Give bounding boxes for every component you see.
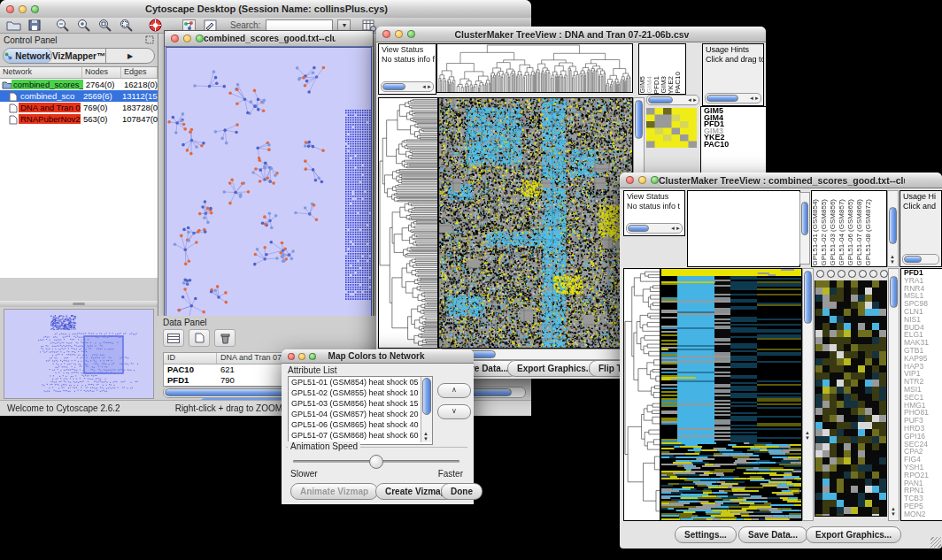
panel-divider-handle[interactable]: [0, 301, 158, 307]
zoom-window-icon[interactable]: [31, 5, 39, 13]
main-titlebar[interactable]: Cytoscape Desktop (Session Name: collins…: [0, 0, 531, 19]
tv2-mini-heatmap-canvas[interactable]: [815, 280, 887, 517]
tv1-status-hscrollbar[interactable]: ◄►: [381, 81, 434, 92]
tv2-coltree-vscrollbar[interactable]: [799, 192, 810, 265]
close-icon[interactable]: [171, 35, 179, 42]
birdseye-view-canvas[interactable]: [4, 309, 154, 399]
zoom-out-icon[interactable]: [55, 19, 71, 32]
network-nodes: 769(0): [81, 103, 120, 112]
close-icon[interactable]: [626, 176, 634, 184]
scroll-arrows-icon[interactable]: ◄►: [421, 84, 432, 89]
network-view-titlebar[interactable]: combined_scores_good.txt--cluste...: [165, 31, 373, 47]
minimize-icon[interactable]: [19, 5, 27, 13]
tv1-hints-hscrollbar[interactable]: ◄►: [705, 93, 761, 104]
scroll-arrows-icon[interactable]: ◄►: [749, 96, 760, 101]
done-button[interactable]: Done: [441, 483, 483, 500]
tv2-mini-vscrollbar[interactable]: ▲▼: [888, 268, 900, 521]
scroll-arrows-icon[interactable]: ▲▼: [889, 254, 896, 265]
slider-thumb[interactable]: [369, 455, 383, 469]
tv2-gene-list[interactable]: PFD1YRA1RNR4MSL1SPC98CLN1NIS1BUD4ELG1MAK…: [900, 268, 942, 521]
minimize-icon[interactable]: [395, 30, 403, 38]
scroll-arrows-icon[interactable]: ▲▼: [804, 430, 811, 441]
treeview-window-combined: ClusterMaker TreeView : combined_scores_…: [620, 173, 942, 548]
move-down-button[interactable]: ∨: [437, 404, 471, 419]
tv2-labels-vscrollbar[interactable]: ▲▼: [887, 190, 899, 267]
float-panel-icon[interactable]: [145, 35, 154, 46]
zoom-window-icon[interactable]: [407, 30, 415, 38]
zoom-window-icon[interactable]: [651, 176, 659, 184]
network-nodes: 2764(0): [83, 80, 121, 89]
minimize-icon[interactable]: [298, 353, 305, 360]
attribute-select-icon[interactable]: [163, 329, 184, 347]
animation-speed-slider[interactable]: [293, 460, 459, 463]
col-network[interactable]: Network: [0, 67, 82, 78]
tv1-heatmap-canvas[interactable]: [438, 97, 633, 349]
resize-grip[interactable]: [930, 537, 941, 548]
attribute-list-item[interactable]: GPL51-06 (GSM865) heat shock 40 min: [289, 419, 432, 430]
treeview1-titlebar[interactable]: ClusterMaker TreeView : DNA and Tran 07-…: [376, 27, 766, 42]
open-file-icon[interactable]: [5, 19, 21, 32]
move-up-button[interactable]: ∧: [437, 383, 471, 398]
tv2-column-dendrogram-panel[interactable]: [687, 190, 800, 267]
attribute-list-vscrollbar[interactable]: ▲▼: [421, 377, 432, 442]
col-nodes[interactable]: Nodes: [82, 67, 121, 78]
col-edges[interactable]: Edges: [121, 67, 158, 78]
tv2-row-dendrogram-canvas[interactable]: [623, 268, 660, 521]
minimize-icon[interactable]: [183, 35, 191, 42]
tab-network[interactable]: Network: [4, 49, 52, 63]
zoom-selected-icon[interactable]: [97, 19, 113, 32]
minimize-icon[interactable]: [638, 176, 646, 184]
zoom-window-icon[interactable]: [309, 353, 316, 360]
window-controls[interactable]: [6, 5, 39, 13]
zoom-fit-icon[interactable]: [119, 19, 135, 32]
close-icon[interactable]: [288, 353, 295, 360]
tv2-button-bar: Settings...Save Data...Export Graphics..…: [620, 525, 942, 544]
attribute-list-item[interactable]: GPL51-07 (GSM868) heat shock 60 min: [289, 430, 432, 441]
scroll-arrows-icon[interactable]: ▲▼: [890, 506, 897, 517]
search-label: Search:: [230, 20, 260, 30]
network-row[interactable]: DNA and Tran 07769(0)183728(0): [0, 102, 158, 113]
attribute-list-item[interactable]: GPL51-04 (GSM857) heat shock 20 min: [289, 409, 432, 419]
attribute-list-item[interactable]: GPL51-01 (GSM854) heat shock 05 min: [289, 377, 432, 387]
tv1-view-status-title: View Status: [379, 44, 436, 54]
tv1-mini-heatmap-canvas[interactable]: [646, 108, 697, 148]
network-canvas[interactable]: [166, 47, 372, 317]
zoom-in-icon[interactable]: [76, 19, 92, 32]
tv2-button-export-graphics[interactable]: Export Graphics...: [806, 526, 901, 543]
tv2-heatmap-canvas[interactable]: [660, 268, 802, 521]
tv2-hints-hscrollbar[interactable]: [902, 254, 939, 265]
network-row[interactable]: combined_scores_2764(0)16218(0): [0, 79, 158, 90]
scroll-arrows-icon[interactable]: ◄►: [687, 97, 698, 103]
close-icon[interactable]: [382, 30, 390, 38]
tv2-button-save-data[interactable]: Save Data...: [738, 526, 807, 543]
tabs-overflow-arrow-icon[interactable]: ▶: [105, 49, 154, 63]
tv1-column-dendrogram-canvas[interactable]: [436, 43, 633, 93]
network-row[interactable]: combined_sco2569(6)13112(15): [0, 90, 158, 102]
tv2-heatmap-vscrollbar[interactable]: ▲▼: [802, 268, 814, 521]
scroll-arrows-icon[interactable]: ◄►: [670, 226, 681, 231]
tv2-button-settings[interactable]: Settings...: [675, 526, 737, 543]
close-icon[interactable]: [6, 5, 14, 13]
dialog-titlebar[interactable]: Map Colors to Network: [282, 349, 474, 364]
zoom-window-icon[interactable]: [196, 35, 204, 42]
save-icon[interactable]: [27, 19, 42, 32]
attribute-list-item[interactable]: GPL51-02 (GSM855) heat shock 10 min: [289, 387, 432, 398]
tv1-usage-hints-text: Click and drag tc: [703, 54, 763, 64]
treeview2-titlebar[interactable]: ClusterMaker TreeView : combined_scores_…: [620, 173, 942, 188]
tv1-mini-hscrollbar[interactable]: ◄►: [646, 95, 699, 105]
file-icon: [9, 104, 19, 112]
new-attribute-icon[interactable]: [189, 329, 210, 347]
tv2-view-status-title: View Status: [624, 191, 684, 201]
tv1-row-dendrogram-canvas[interactable]: [378, 97, 438, 349]
scroll-arrows-icon[interactable]: ▲▼: [423, 431, 429, 441]
attribute-list-item[interactable]: GPL51-03 (GSM856) heat shock 15 min: [289, 398, 432, 409]
delete-attribute-icon[interactable]: [214, 329, 236, 347]
animate-vizmap-button[interactable]: Animate Vizmap: [290, 483, 378, 500]
gene-list-item[interactable]: MON2: [904, 510, 942, 518]
tv2-status-hscrollbar[interactable]: ◄►: [626, 223, 683, 234]
network-edges: 16218(0): [121, 80, 158, 89]
network-row[interactable]: RNAPuberNov2+563(0)107847(0): [0, 113, 158, 125]
col-id[interactable]: ID: [164, 353, 217, 364]
tab-vizmapper[interactable]: VizMapper™: [52, 49, 105, 63]
help-lifering-icon[interactable]: [147, 19, 163, 32]
